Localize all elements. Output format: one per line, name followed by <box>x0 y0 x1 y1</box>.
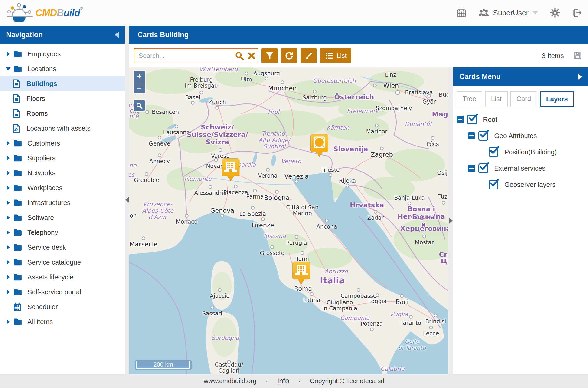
brush-icon <box>304 51 313 60</box>
caret-right-icon[interactable] <box>5 141 11 146</box>
sidebar-item-service-catalogue[interactable]: Service catalogue <box>0 255 125 270</box>
caret-right-icon[interactable] <box>5 245 11 250</box>
caret-right-icon[interactable] <box>5 275 11 280</box>
map-place-dot <box>370 328 374 331</box>
layer-checkbox[interactable] <box>479 163 488 173</box>
sidebar-item-all-items[interactable]: All items <box>0 314 125 329</box>
chevron-down-icon <box>532 10 539 15</box>
caret-right-icon[interactable] <box>5 215 11 220</box>
sidebar-item-label: Rooms <box>26 110 48 117</box>
sidebar-item-locations-with-assets[interactable]: Locations with assets <box>0 121 125 136</box>
tab-tree[interactable]: Tree <box>457 91 482 107</box>
list-button-label: List <box>336 52 347 60</box>
footer-info-link[interactable]: Info <box>277 377 289 385</box>
pdf-icon <box>12 124 22 133</box>
map-magnifier-button[interactable] <box>134 100 145 111</box>
sidebar-item-customers[interactable]: Customers <box>0 136 125 151</box>
layer-checkbox[interactable] <box>489 180 498 190</box>
sidebar-item-employees[interactable]: Employees <box>0 47 125 61</box>
sidebar-item-software[interactable]: Software <box>0 210 125 225</box>
map-place-dot <box>374 210 377 214</box>
collapse-toggle-icon[interactable] <box>468 132 475 140</box>
collapse-toggle-icon[interactable] <box>457 116 464 123</box>
sidebar-item-buildings[interactable]: Buildings <box>0 76 125 91</box>
doc-icon <box>12 94 22 103</box>
panel-collapse-handle[interactable] <box>449 218 453 224</box>
layer-checkbox[interactable] <box>489 147 498 157</box>
caret-right-icon[interactable] <box>5 290 11 294</box>
footer-site-link[interactable]: www.cmdbuild.org <box>204 377 256 385</box>
user-name: SuperUser <box>493 9 528 17</box>
save-icon[interactable] <box>573 51 582 61</box>
list-view-button[interactable]: List <box>320 48 351 63</box>
layer-node-root: Root <box>453 111 588 128</box>
caret-right-icon[interactable] <box>5 319 11 324</box>
caret-right-icon[interactable] <box>5 156 11 161</box>
map-marker-building[interactable] <box>218 154 243 185</box>
style-button[interactable] <box>301 48 317 63</box>
sidebar-item-service-desk[interactable]: Service desk <box>0 240 125 255</box>
map-place-dot <box>442 201 445 205</box>
sidebar-item-networks[interactable]: Networks <box>0 166 125 180</box>
sidebar-item-label: Locations with assets <box>26 125 90 132</box>
sidebar-item-infrastructures[interactable]: Infrastructures <box>0 195 125 210</box>
caret-right-icon[interactable] <box>5 51 11 56</box>
layer-checkbox[interactable] <box>479 131 488 141</box>
caret-down-icon[interactable] <box>5 67 11 71</box>
sidebar-item-locations[interactable]: Locations <box>0 61 125 76</box>
search-icon[interactable] <box>233 50 245 62</box>
zoom-in-button[interactable]: + <box>134 71 145 82</box>
search-box <box>134 48 258 63</box>
map-place-dot <box>427 94 431 98</box>
expand-panel-icon[interactable] <box>578 73 582 80</box>
map-place-dot <box>199 91 203 94</box>
sidebar-collapse-handle[interactable] <box>125 197 129 203</box>
sign-out-icon[interactable] <box>571 7 583 19</box>
sidebar-item-telephony[interactable]: Telephony <box>0 225 125 240</box>
refresh-button[interactable] <box>281 48 297 63</box>
tab-layers[interactable]: Layers <box>540 91 574 107</box>
zoom-out-button[interactable]: − <box>134 82 145 94</box>
map[interactable]: WürttembergAugsburgUlmMünchenLinzWienBra… <box>129 67 448 374</box>
user-menu[interactable]: SuperUser <box>478 8 539 18</box>
sidebar-item-assets-lifecycle[interactable]: Assets lifecycle <box>0 270 125 285</box>
caret-right-icon[interactable] <box>5 260 11 265</box>
map-place-dot <box>375 124 379 127</box>
map-place-dot <box>210 306 214 309</box>
caret-right-icon[interactable] <box>5 170 11 175</box>
navigation-sidebar: Navigation EmployeesLocationsBuildingsFl… <box>0 25 125 374</box>
folder-icon <box>13 243 23 252</box>
map-place-dot <box>266 168 270 171</box>
map-place-dot <box>346 184 349 187</box>
cards-menu-title: Cards Menu <box>459 73 501 81</box>
clear-search-icon[interactable] <box>245 50 258 62</box>
map-marker-circle[interactable] <box>307 130 332 161</box>
map-place-dot <box>429 326 433 329</box>
sidebar-item-self-service-portal[interactable]: Self-service portal <box>0 285 125 299</box>
layer-checkbox[interactable] <box>467 115 477 124</box>
folder-icon <box>13 49 23 59</box>
tab-list[interactable]: List <box>485 91 508 107</box>
sidebar-item-label: All items <box>27 318 53 326</box>
sidebar-item-floors[interactable]: Floors <box>0 91 125 106</box>
caret-right-icon[interactable] <box>5 200 11 205</box>
collapse-toggle-icon[interactable] <box>468 165 475 172</box>
map-scale-bar: 200 km <box>135 360 192 370</box>
sidebar-item-workplaces[interactable]: Workplaces <box>0 180 125 195</box>
collapse-sidebar-icon[interactable] <box>115 32 119 38</box>
cmdbuild-logo[interactable]: CMDBuild® <box>7 2 83 22</box>
gear-icon[interactable] <box>549 7 561 19</box>
map-place-dot <box>357 288 360 292</box>
sidebar-item-scheduler[interactable]: Scheduler <box>0 299 125 314</box>
search-input[interactable] <box>138 52 233 60</box>
folder-icon <box>13 168 23 178</box>
calendar-icon[interactable] <box>456 7 467 19</box>
sidebar-item-suppliers[interactable]: Suppliers <box>0 151 125 166</box>
map-marker-building[interactable] <box>289 258 314 288</box>
caret-right-icon[interactable] <box>5 230 11 235</box>
sidebar-item-rooms[interactable]: Rooms <box>0 106 125 121</box>
tab-card[interactable]: Card <box>510 91 537 107</box>
caret-right-icon[interactable] <box>5 185 11 190</box>
filter-button[interactable] <box>261 48 278 63</box>
folder-icon <box>13 272 23 282</box>
